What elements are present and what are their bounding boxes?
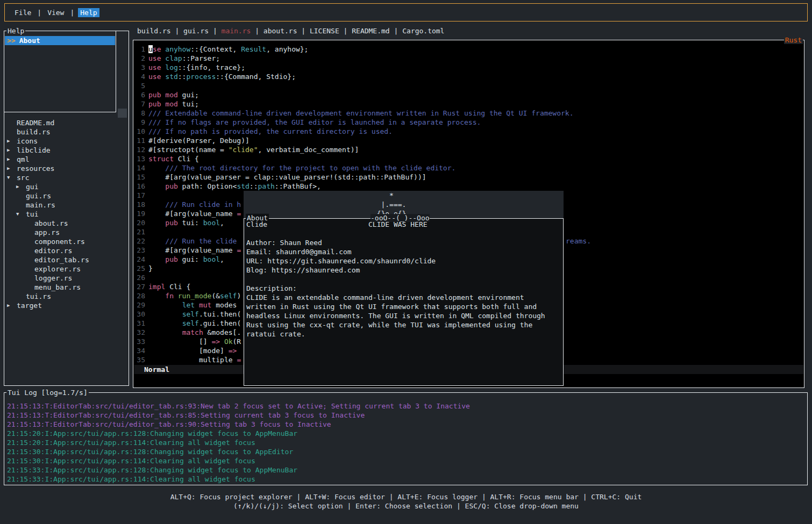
line-number: 6: [137, 90, 145, 99]
line-number: 19: [137, 209, 145, 218]
explorer-item-readme-md[interactable]: README.md: [4, 118, 128, 127]
about-content-line: [246, 275, 563, 284]
line-number: 29: [137, 300, 145, 310]
explorer-item-label: main.rs: [26, 200, 55, 210]
code-line: 7pub mod tui;: [137, 99, 803, 109]
explorer-item-about-rs[interactable]: about.rs: [4, 219, 128, 228]
explorer-item-label: README.md: [17, 118, 54, 127]
editor-tab-bar[interactable]: build.rs | gui.rs | main.rs | about.rs |…: [133, 26, 804, 35]
help-dropdown[interactable]: Help >>About: [4, 31, 116, 112]
explorer-item-libclide[interactable]: ▶libclide: [4, 146, 128, 155]
tab-separator: |: [390, 27, 402, 35]
about-content-line: Email: shaunrd0@gmail.com: [246, 247, 563, 256]
tui-log-panel[interactable]: Tui Log [log=1.7/s] 21:15:13:T:EditorTab…: [4, 392, 808, 485]
log-entry: 21:15:13:T:EditorTab:src/tui/editor_tab.…: [7, 411, 807, 420]
chevron-down-icon: ▼: [16, 210, 19, 219]
explorer-item-logger-rs[interactable]: logger.rs: [4, 274, 128, 283]
explorer-item-gui-rs[interactable]: gui.rs: [4, 191, 128, 200]
explorer-item-label: target: [17, 301, 42, 310]
chevron-right-icon: ▶: [16, 182, 19, 191]
explorer-item-resources[interactable]: ▶resources: [4, 164, 128, 173]
line-number: 8: [137, 109, 145, 118]
line-number: 30: [137, 310, 145, 319]
explorer-item-editor_tab-rs[interactable]: editor_tab.rs: [4, 255, 128, 264]
log-entry: 21:15:20:I:App:src/tui/app.rs:114:Cleari…: [7, 438, 807, 447]
help-dropdown-item-about[interactable]: >>About: [5, 36, 115, 45]
code-line: 2use clap::Parser;: [137, 54, 803, 63]
menu-item-view[interactable]: View: [45, 8, 66, 17]
explorer-item-label: tui.rs: [26, 292, 51, 301]
code-line: 3use log::{info, trace};: [137, 63, 803, 72]
code-line: 11#[derive(Parser, Debug)]: [137, 136, 803, 145]
explorer-item-label: explorer.rs: [34, 264, 81, 274]
explorer-item-gui[interactable]: ▶gui: [4, 182, 128, 191]
explorer-item-menu_bar-rs[interactable]: menu_bar.rs: [4, 283, 128, 292]
log-entry: 21:15:13:T:EditorTab:src/tui/editor_tab.…: [7, 401, 807, 411]
explorer-item-label: icons: [17, 137, 38, 146]
code-overflow-fragment: reams.: [566, 236, 591, 246]
explorer-item-label: tui: [26, 210, 38, 219]
explorer-item-label: src: [17, 173, 29, 182]
explorer-item-label: editor_tab.rs: [34, 255, 89, 264]
chevron-right-icon: ▶: [7, 137, 10, 146]
hints-line-2: (↑/k)/(↓/j): Select option | Enter: Choo…: [0, 501, 812, 511]
chevron-right-icon: ▶: [7, 155, 10, 164]
line-number: 20: [137, 218, 145, 227]
explorer-item-main-rs[interactable]: main.rs: [4, 200, 128, 210]
line-number: 2: [137, 54, 145, 63]
explorer-item-build-rs[interactable]: build.rs: [4, 127, 128, 137]
about-content-line: URL: https://git.shaunreed.com/shaunrd0/…: [246, 256, 563, 265]
perch-art-line: |.===.: [244, 200, 564, 209]
explorer-item-editor-rs[interactable]: editor.rs: [4, 246, 128, 255]
line-number: 14: [137, 163, 145, 173]
tab-gui-rs[interactable]: gui.rs: [183, 27, 209, 35]
explorer-item-app-rs[interactable]: app.rs: [4, 228, 128, 237]
line-number: 35: [137, 355, 145, 364]
code-line: 8/// Extendable command-line driven deve…: [137, 109, 803, 118]
explorer-item-component-rs[interactable]: component.rs: [4, 237, 128, 246]
line-number: 5: [137, 81, 145, 90]
tab-readme-md[interactable]: README.md: [352, 27, 389, 35]
explorer-item-qml[interactable]: ▶qml: [4, 155, 128, 164]
line-number: 16: [137, 182, 145, 191]
line-number: 15: [137, 173, 145, 182]
explorer-item-label: logger.rs: [34, 274, 72, 283]
explorer-item-tui[interactable]: ▼tui: [4, 210, 128, 219]
tab-main-rs[interactable]: main.rs: [222, 27, 251, 35]
explorer-item-src[interactable]: ▼src: [4, 173, 128, 182]
explorer-scrollbar-thumb[interactable]: [118, 109, 127, 118]
code-line: 9/// If no flags are provided, the GUI e…: [137, 118, 803, 127]
line-number: 3: [137, 63, 145, 72]
explorer-item-target[interactable]: ▶target: [4, 301, 128, 310]
about-content-line: Rust using the cxx-qt crate, while the T…: [246, 320, 563, 329]
log-entry: 21:15:13:T:EditorTab:src/tui/editor_tab.…: [7, 420, 807, 429]
explorer-item-label: menu_bar.rs: [34, 283, 81, 292]
explorer-item-tui-rs[interactable]: tui.rs: [4, 292, 128, 301]
line-number: 34: [137, 346, 145, 355]
about-popup: * |.===. {}o o{} About -ooO--(_)--Ooo Cl…: [244, 191, 564, 386]
tab-license[interactable]: LICENSE: [310, 27, 339, 35]
tui-log-title: Tui Log [log=1.7/s]: [6, 389, 89, 397]
help-dropdown-title: Help: [6, 27, 25, 35]
explorer-item-label: gui: [26, 182, 38, 191]
log-entry: 21:15:33:I:App:src/tui/app.rs:114:Cleari…: [7, 475, 807, 484]
clide-tui-app: File|View|Help README.mdbuild.rs▶icons▶l…: [0, 0, 812, 524]
tab-about-rs[interactable]: about.rs: [263, 27, 297, 35]
line-number: 25: [137, 264, 145, 273]
menu-bar[interactable]: File|View|Help: [4, 3, 808, 21]
explorer-item-explorer-rs[interactable]: explorer.rs: [4, 264, 128, 274]
explorer-item-icons[interactable]: ▶icons: [4, 137, 128, 146]
explorer-item-label: resources: [17, 164, 54, 173]
code-line: 15 #[arg(value_parser = clap::value_pars…: [137, 173, 803, 182]
line-number: 12: [137, 145, 145, 154]
log-entries: 21:15:13:T:EditorTab:src/tui/editor_tab.…: [5, 401, 807, 484]
menu-item-file[interactable]: File: [12, 8, 33, 17]
tab-build-rs[interactable]: build.rs: [137, 27, 171, 35]
log-entry: 21:15:33:I:App:src/tui/app.rs:128:Changi…: [7, 465, 807, 475]
line-number: 26: [137, 273, 145, 282]
tab-separator: |: [339, 27, 352, 35]
perch-art-line: *: [244, 191, 564, 200]
code-line: 13struct Cli {: [137, 154, 803, 163]
tab-cargo-toml[interactable]: Cargo.toml: [402, 27, 444, 35]
menu-item-help[interactable]: Help: [78, 8, 99, 17]
